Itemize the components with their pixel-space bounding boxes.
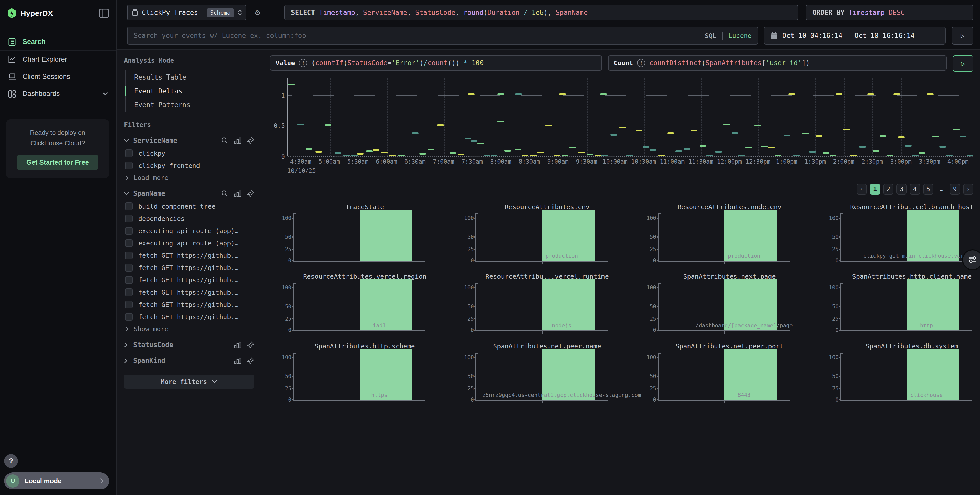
y-tick-label: 0 [288, 257, 291, 263]
filter-option[interactable]: clickpy [125, 149, 254, 157]
code-token: SpanAttributes [705, 59, 762, 67]
filter-option[interactable]: clickpy-frontend [125, 162, 254, 170]
attribute-chart[interactable]: TraceState10050250 [274, 203, 456, 273]
analysis-mode-item[interactable]: Event Deltas [126, 84, 254, 98]
x-tick-label: 6:30am [404, 158, 426, 165]
pin-icon[interactable] [247, 190, 254, 197]
sidebar-item-client-sessions[interactable]: Client Sessions [0, 68, 116, 85]
bar [907, 279, 959, 330]
source-select[interactable]: ClickPy Traces Schema [127, 5, 247, 21]
checkbox[interactable] [125, 203, 133, 210]
page-next-button[interactable]: › [963, 184, 973, 195]
filter-option[interactable]: build component tree [125, 203, 254, 210]
checkbox[interactable] [125, 276, 133, 284]
help-button[interactable]: ? [4, 454, 18, 468]
checkbox[interactable] [125, 289, 133, 296]
filter-load-more[interactable]: Show more [125, 325, 254, 333]
analysis-mode-item[interactable]: Event Patterns [126, 98, 254, 112]
y-tick-label: 25 [285, 386, 291, 392]
page-button[interactable]: 9 [950, 184, 960, 195]
checkbox[interactable] [125, 215, 133, 222]
attribute-chart[interactable]: SpanAttributes.http.scheme10050250https [274, 343, 456, 412]
page-button[interactable]: 4 [910, 184, 920, 195]
page-button[interactable]: 5 [923, 184, 933, 195]
attribute-chart[interactable]: SpanAttributes.http.client.name10050250h… [821, 273, 980, 343]
search-icon[interactable] [221, 190, 228, 197]
filter-group-name[interactable]: SpanName [133, 190, 217, 197]
search-icon[interactable] [221, 137, 228, 144]
attribute-chart[interactable]: SpanAttributes.next.page10050250/dashboa… [638, 273, 821, 343]
checkbox[interactable] [125, 149, 133, 157]
filter-load-more[interactable]: Load more [125, 174, 254, 181]
search-input[interactable]: Search your events w/ Lucene ex. column:… [127, 27, 758, 44]
count-expression-input[interactable]: Count i countDistinct(SpanAttributes['us… [608, 55, 947, 71]
y-tick-mark [474, 388, 476, 389]
page-prev-button[interactable]: ‹ [856, 184, 867, 195]
checkbox[interactable] [125, 301, 133, 308]
filter-option[interactable]: dependencies [125, 215, 254, 222]
pin-icon[interactable] [247, 341, 254, 348]
checkbox[interactable] [125, 162, 133, 170]
sql-select-input[interactable]: SELECT Timestamp, ServiceName, StatusCod… [284, 5, 798, 21]
bar-chart-icon[interactable] [234, 190, 241, 197]
filter-option[interactable]: fetch GET https://github.… [125, 313, 254, 321]
sidebar-item-chart-explorer[interactable]: Chart Explorer [0, 51, 116, 68]
page-button[interactable]: 2 [883, 184, 893, 195]
filter-option[interactable]: executing api route (app)… [125, 227, 254, 235]
sidebar-item-search[interactable]: Search [0, 33, 116, 51]
date-range-picker[interactable]: Oct 10 04:16:14 - Oct 10 16:16:14 [764, 27, 946, 44]
filter-option[interactable]: fetch GET https://github.… [125, 301, 254, 308]
value-expression-input[interactable]: Value i (countIf(StatusCode='Error')/cou… [270, 55, 602, 71]
y-tick-mark [474, 217, 476, 219]
filter-group-name[interactable]: ServiceName [133, 136, 217, 144]
analysis-mode-item[interactable]: Results Table [126, 70, 254, 84]
bar-chart-icon[interactable] [234, 342, 241, 348]
x-category-label: nodejs [552, 322, 571, 328]
attribute-chart[interactable]: ResourceAttributes.vercel.region10050250… [274, 273, 456, 343]
filter-option[interactable]: fetch GET https://github.… [125, 264, 254, 271]
checkbox[interactable] [125, 252, 133, 259]
pin-icon[interactable] [247, 137, 254, 144]
y-tick-mark [839, 330, 841, 331]
filter-option[interactable]: executing api route (app)… [125, 239, 254, 247]
get-started-button[interactable]: Get Started for Free [17, 155, 98, 170]
checkbox[interactable] [125, 313, 133, 321]
bar-chart-icon[interactable] [234, 138, 241, 144]
attribute-chart[interactable]: SpanAttributes.net.peer.name10050250z5nr… [456, 343, 638, 412]
more-filters-button[interactable]: More filters [124, 375, 254, 389]
y-tick-label: 25 [285, 316, 291, 322]
bar-chart-icon[interactable] [234, 357, 241, 364]
run-query-button[interactable]: ▷ [952, 27, 973, 44]
gear-icon[interactable]: ⚙ [252, 7, 263, 18]
page-button[interactable]: 1 [870, 184, 880, 195]
checkbox[interactable] [125, 239, 133, 247]
filter-group-name[interactable]: StatusCode [133, 341, 230, 349]
filter-option[interactable]: fetch GET https://github.… [125, 252, 254, 259]
y-tick-mark [839, 249, 841, 250]
attribute-chart[interactable]: SpanAttributes.db.system10050250clickhou… [821, 343, 980, 412]
mode-toggle-lucene[interactable]: Lucene [729, 32, 751, 40]
attribute-chart[interactable]: ResourceAttributes.env10050250production [456, 203, 638, 273]
y-tick-mark [474, 249, 476, 250]
page-button[interactable]: 3 [897, 184, 907, 195]
sidebar-collapse-icon[interactable] [99, 9, 109, 18]
attribute-chart[interactable]: ResourceAttributes.node.env10050250produ… [638, 203, 821, 273]
sidebar-item-dashboards[interactable]: Dashboards [0, 85, 116, 102]
checkbox[interactable] [125, 227, 133, 235]
attribute-chart[interactable]: ResourceAttribu..cel.branch_host10050250… [821, 203, 980, 273]
checkbox[interactable] [125, 264, 133, 271]
attribute-chart[interactable]: ResourceAttribu...vercel.runtime10050250… [456, 273, 638, 343]
x-tick-label: 12:00pm [717, 158, 742, 165]
y-tick-label: 0 [835, 327, 838, 333]
filter-option[interactable]: fetch GET https://github.… [125, 276, 254, 284]
order-by-input[interactable]: ORDER BY Timestamp DESC [806, 5, 973, 21]
sidebar-item-label: Dashboards [22, 90, 60, 98]
pin-icon[interactable] [247, 357, 254, 364]
hyperdx-app: HyperDX Search Chart Explorer [0, 0, 980, 495]
filter-group-name[interactable]: SpanKind [133, 357, 230, 365]
run-analysis-button[interactable]: ▷ [953, 55, 973, 72]
mode-toggle-sql[interactable]: SQL [705, 32, 716, 40]
local-mode-menu[interactable]: U Local mode [4, 473, 109, 489]
attribute-chart[interactable]: SpanAttributes.net.peer.port100502508443 [638, 343, 821, 412]
filter-option[interactable]: fetch GET https://github.… [125, 289, 254, 296]
